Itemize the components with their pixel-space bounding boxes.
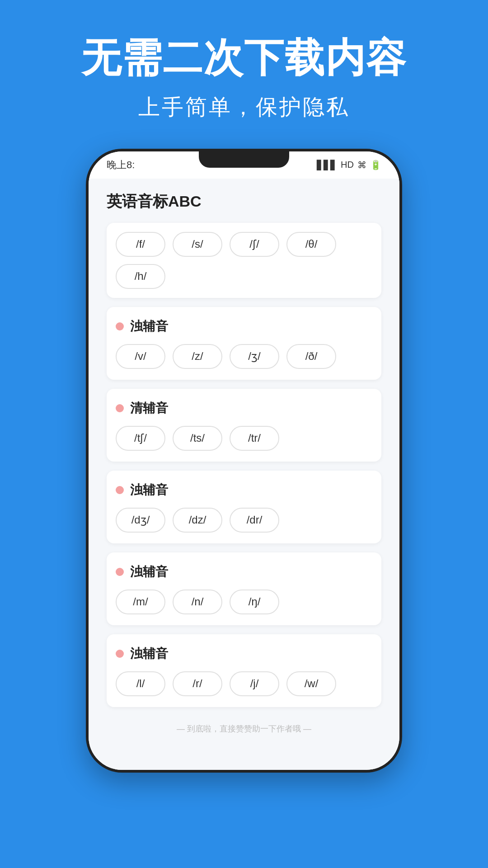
section-label-4: 浊辅音 [130,563,168,580]
top-section: /f/ /s/ /ʃ/ /θ/ /h/ [107,223,381,298]
hd-badge: HD [341,160,354,170]
phoneme-btn[interactable]: /v/ [116,344,165,369]
section-card-4: 浊辅音 /m/ /n/ /ŋ/ [107,552,381,625]
phoneme-btn[interactable]: /dʒ/ [116,508,165,533]
section-label-3: 浊辅音 [130,481,168,499]
section-header-2: 清辅音 [116,400,372,417]
section-header-1: 浊辅音 [116,318,372,335]
phoneme-btn[interactable]: /θ/ [286,232,336,257]
battery-icon: 🔋 [370,160,381,170]
dot-icon-4 [116,568,124,576]
top-phoneme-row: /f/ /s/ /ʃ/ /θ/ /h/ [116,232,372,289]
phoneme-btn[interactable]: /m/ [116,590,165,614]
signal-icon: ▋▋▋ [317,160,337,170]
section-label-2: 清辅音 [130,400,168,417]
phoneme-btn[interactable]: /tʃ/ [116,426,165,451]
page-title: 英语音标ABC [107,188,381,212]
section-header-5: 浊辅音 [116,645,372,662]
phoneme-btn[interactable]: /ʃ/ [230,232,279,257]
phoneme-btn[interactable]: /dr/ [230,508,279,533]
dot-icon-1 [116,322,124,330]
section-card-1: 浊辅音 /v/ /z/ /ʒ/ /ð/ [107,307,381,380]
hero-subtitle: 上手简单，保护隐私 [0,93,488,122]
phoneme-row-2: /tʃ/ /ts/ /tr/ [116,426,372,451]
phoneme-row-3: /dʒ/ /dz/ /dr/ [116,508,372,533]
phoneme-btn[interactable]: /f/ [116,232,165,257]
section-label-5: 浊辅音 [130,645,168,662]
phone-content[interactable]: 英语音标ABC /f/ /s/ /ʃ/ /θ/ /h/ 浊辅音 /v/ [89,179,399,770]
phone-notch [199,151,289,168]
phoneme-btn[interactable]: /ts/ [173,426,222,451]
phoneme-btn[interactable]: /s/ [173,232,222,257]
status-time: 晚上8: [107,158,135,172]
dot-icon-3 [116,486,124,494]
phoneme-btn[interactable]: /ŋ/ [230,590,279,614]
phoneme-btn[interactable]: /dz/ [173,508,222,533]
phone-wrapper: 晚上8: ▋▋▋ HD ⌘ 🔋 英语音标ABC /f/ /s/ /ʃ/ /θ/ … [0,149,488,773]
phoneme-row-5: /l/ /r/ /j/ /w/ [116,671,372,696]
phoneme-btn[interactable]: /tr/ [230,426,279,451]
phoneme-row-1: /v/ /z/ /ʒ/ /ð/ [116,344,372,369]
status-bar: 晚上8: ▋▋▋ HD ⌘ 🔋 [89,151,399,179]
phoneme-btn[interactable]: /h/ [116,264,165,289]
section-card-3: 浊辅音 /dʒ/ /dz/ /dr/ [107,471,381,543]
phoneme-btn[interactable]: /w/ [286,671,336,696]
status-icons: ▋▋▋ HD ⌘ 🔋 [317,160,381,170]
dot-icon-5 [116,650,124,658]
wifi-icon: ⌘ [357,160,366,170]
section-label-1: 浊辅音 [130,318,168,335]
phone-frame: 晚上8: ▋▋▋ HD ⌘ 🔋 英语音标ABC /f/ /s/ /ʃ/ /θ/ … [86,149,402,773]
hero-section: 无需二次下载内容 上手简单，保护隐私 [0,0,488,122]
phoneme-btn[interactable]: /ʒ/ [230,344,279,369]
phoneme-btn[interactable]: /r/ [173,671,222,696]
bottom-footer: — 到底啦，直接赞赞助一下作者哦 — [107,716,381,739]
phoneme-row-4: /m/ /n/ /ŋ/ [116,590,372,614]
phoneme-btn[interactable]: /z/ [173,344,222,369]
dot-icon-2 [116,404,124,412]
section-header-3: 浊辅音 [116,481,372,499]
section-card-2: 清辅音 /tʃ/ /ts/ /tr/ [107,389,381,462]
section-header-4: 浊辅音 [116,563,372,580]
phoneme-btn[interactable]: /j/ [230,671,279,696]
phoneme-btn[interactable]: /ð/ [286,344,336,369]
phoneme-btn[interactable]: /l/ [116,671,165,696]
hero-title: 无需二次下载内容 [0,0,488,80]
section-card-5: 浊辅音 /l/ /r/ /j/ /w/ [107,634,381,707]
phoneme-btn[interactable]: /n/ [173,590,222,614]
